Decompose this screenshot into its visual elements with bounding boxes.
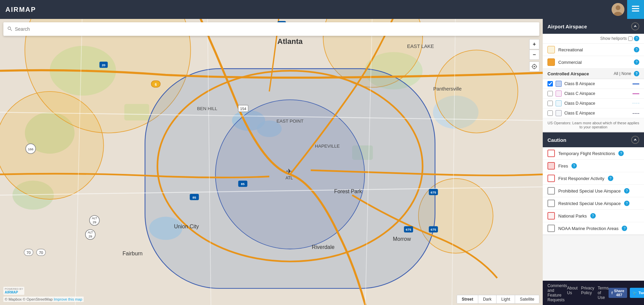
class-d-checkbox[interactable] (547, 101, 553, 106)
about-link[interactable]: About Us (567, 286, 578, 300)
svg-text:✈: ✈ (286, 168, 292, 175)
class-e-dash (633, 113, 639, 114)
zoom-in-button[interactable]: + (529, 39, 539, 49)
search-input[interactable] (15, 26, 535, 32)
svg-text:Atlanta: Atlanta (277, 37, 303, 46)
none-link[interactable]: None (621, 71, 631, 76)
svg-rect-4 (632, 8, 639, 9)
prohibited-color-box (547, 187, 555, 195)
class-b-dash (633, 83, 639, 84)
class-b-checkbox[interactable] (547, 81, 553, 86)
class-d-dash (633, 103, 639, 104)
svg-point-74 (8, 27, 11, 29)
caution-title: Caution (547, 137, 566, 143)
class-c-checkbox[interactable] (547, 91, 553, 96)
fires-help-icon[interactable]: ? (571, 163, 577, 169)
noaa-color-box (547, 225, 555, 232)
right-panel: Airport Airspace Show heliports ? Recrea… (543, 19, 644, 305)
show-heliports-row: Show heliports ? (543, 34, 644, 44)
caution-fra-item: First Responder Activity ? (543, 172, 644, 185)
improve-map-link[interactable]: Improve this map (54, 297, 82, 301)
locate-button[interactable] (529, 61, 539, 72)
menu-button[interactable] (627, 0, 644, 19)
terms-link[interactable]: Terms of Use (598, 286, 609, 300)
footer: Comments and Feature Requests About Us P… (543, 281, 644, 305)
class-c-color-box (556, 91, 562, 97)
comments-link[interactable]: Comments and Feature Requests (547, 283, 567, 302)
prohibited-label: Prohibited Special Use Airspace (558, 188, 621, 194)
airport-airspace-section: Airport Airspace Show heliports ? Recrea… (543, 19, 644, 132)
svg-text:Union City: Union City (174, 224, 199, 229)
commercial-label: Commercial (558, 60, 630, 65)
svg-rect-5 (632, 10, 639, 11)
restricted-help-icon[interactable]: ? (624, 201, 629, 206)
caution-collapse-button[interactable] (631, 136, 639, 144)
restricted-color-box (547, 200, 555, 207)
panel-spacer (543, 235, 644, 281)
tweet-label: Tweet (639, 291, 644, 295)
avatar[interactable] (612, 3, 624, 16)
tfr-help-icon[interactable]: ? (618, 151, 624, 156)
app-header: AIRMAP (0, 0, 644, 19)
svg-text:85: 85 (241, 182, 245, 186)
svg-point-77 (534, 66, 535, 67)
fires-label: Fires (558, 163, 568, 169)
svg-text:675: 675 (431, 190, 436, 194)
privacy-link[interactable]: Privacy Policy (581, 286, 594, 300)
class-e-checkbox[interactable] (547, 110, 553, 116)
share-label: Share 487 (614, 289, 624, 297)
controlled-airspace-title: Controlled Airspace (547, 71, 611, 76)
map-type-dark[interactable]: Dark (478, 295, 497, 303)
svg-text:ATL: ATL (286, 176, 293, 180)
commercial-item: Commercial ? (543, 56, 644, 69)
show-heliports-checkbox[interactable] (628, 36, 633, 41)
svg-text:Riverdale: Riverdale (312, 244, 334, 250)
caution-section: Caution Temporary Flight Restrictions ? … (543, 132, 644, 235)
svg-text:154: 154 (240, 107, 246, 111)
class-e-label: Class E Airspace (564, 111, 630, 116)
svg-text:EAST POINT: EAST POINT (276, 119, 303, 124)
map-type-satellite[interactable]: Satellite (515, 295, 539, 303)
search-icon (7, 26, 12, 32)
class-d-color-box (556, 100, 562, 106)
svg-text:BEN HILL: BEN HILL (197, 106, 218, 111)
airport-collapse-button[interactable] (631, 22, 639, 30)
svg-text:Fairburn: Fairburn (123, 251, 142, 256)
map-type-street[interactable]: Street (457, 295, 478, 303)
powered-by-label: POWERED BY (5, 287, 23, 290)
commercial-help-icon[interactable]: ? (634, 59, 639, 65)
noaa-help-icon[interactable]: ? (622, 226, 627, 231)
twitter-tweet-button[interactable]: 🐦 Tweet (630, 288, 644, 298)
footer-links: About Us Privacy Policy Terms of Use (567, 286, 609, 300)
heliports-help-icon[interactable]: ? (634, 36, 639, 41)
map-container[interactable]: Atlanta EAST LAKE Panthersville BEN HILL… (0, 19, 543, 305)
svg-text:675: 675 (406, 228, 411, 231)
airport-airspace-title: Airport Airspace (547, 24, 587, 29)
zoom-out-button[interactable]: − (529, 50, 539, 60)
svg-text:Panthersville: Panthersville (433, 86, 462, 92)
tfr-color-box (547, 150, 555, 157)
prohibited-help-icon[interactable]: ? (624, 188, 629, 194)
svg-text:6: 6 (155, 82, 157, 86)
parks-help-icon[interactable]: ? (590, 213, 596, 219)
controlled-help-icon[interactable]: ? (634, 71, 639, 76)
noaa-label: NOAA Marine Protection Areas (558, 226, 618, 231)
parks-color-box (547, 212, 555, 220)
caution-prohibited-item: Prohibited Special Use Airspace ? (543, 185, 644, 197)
app-logo: AIRMAP (5, 6, 36, 14)
class-d-item: Class D Airspace (543, 99, 644, 108)
facebook-share-button[interactable]: f Share 487 (609, 288, 627, 298)
svg-text:166: 166 (28, 147, 34, 151)
svg-line-75 (10, 29, 12, 31)
map-type-light[interactable]: Light (497, 295, 515, 303)
recreational-label: Recreational (558, 47, 630, 52)
fra-help-icon[interactable]: ? (608, 176, 613, 181)
svg-text:ALT: ALT (92, 217, 97, 220)
all-link[interactable]: All (614, 71, 618, 76)
class-b-item: Class B Airspace (543, 79, 644, 89)
show-heliports-label: Show heliports (600, 36, 627, 41)
svg-rect-3 (632, 6, 639, 7)
search-bar (3, 22, 539, 36)
recreational-help-icon[interactable]: ? (634, 47, 639, 52)
map[interactable]: Atlanta EAST LAKE Panthersville BEN HILL… (0, 19, 543, 305)
